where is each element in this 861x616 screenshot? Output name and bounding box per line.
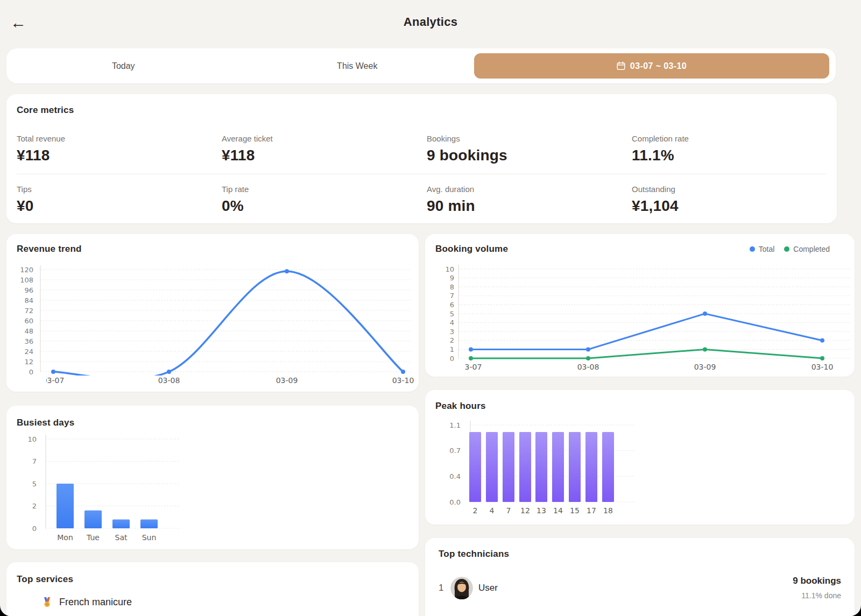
svg-text:0.4: 0.4 <box>449 472 461 480</box>
technician-name: User <box>478 583 498 593</box>
busiest-days-card: Busiest days 025710MonTueSatSun <box>6 406 419 549</box>
metric-value: 90 min <box>427 197 632 215</box>
svg-text:7: 7 <box>450 292 454 300</box>
svg-text:03-09: 03-09 <box>276 376 298 385</box>
metric-completion-rate: Completion rate 11.1% <box>632 134 837 164</box>
back-button[interactable]: ← <box>6 11 30 34</box>
service-list-item[interactable]: French manicure <box>17 597 419 608</box>
metric-total-revenue: Total revenue ¥118 <box>17 134 222 164</box>
svg-text:10: 10 <box>445 265 454 273</box>
technician-stats: 9 bookings 11.1% done <box>793 576 841 600</box>
svg-text:17: 17 <box>587 506 596 515</box>
metric-label: Completion rate <box>632 134 837 143</box>
metric-value: ¥118 <box>222 147 427 164</box>
top-technicians-card: Top technicians 1 User 9 <box>425 538 855 616</box>
metric-avg-duration: Avg. duration 90 min <box>427 185 632 215</box>
legend-total: Total <box>750 245 775 253</box>
legend-label-completed: Completed <box>793 245 830 253</box>
legend-dot-total <box>750 246 755 252</box>
svg-text:0.0: 0.0 <box>449 498 461 506</box>
core-metrics-card: Core metrics Total revenue ¥118 Average … <box>6 94 837 223</box>
date-range-label: 03-07 ~ 03-10 <box>630 61 687 71</box>
svg-text:13: 13 <box>537 506 546 515</box>
svg-text:4: 4 <box>450 318 454 327</box>
metric-value: 0% <box>222 197 427 215</box>
svg-text:Sat: Sat <box>115 533 128 542</box>
svg-text:48: 48 <box>24 327 33 335</box>
metrics-divider <box>17 174 827 174</box>
avatar <box>450 577 473 599</box>
metrics-row-1: Total revenue ¥118 Average ticket ¥118 B… <box>17 134 837 164</box>
metric-value: 9 bookings <box>427 147 632 164</box>
metric-label: Total revenue <box>17 134 222 143</box>
booking-volume-chart: 01234567891003-0703-0803-0903-10 <box>425 234 855 377</box>
metric-value: ¥1,104 <box>632 197 837 215</box>
svg-text:2: 2 <box>32 502 37 510</box>
legend-dot-completed <box>784 246 789 252</box>
booking-volume-card: Booking volume Total Completed 012345678… <box>425 234 855 377</box>
busiest-days-title: Busiest days <box>17 417 74 428</box>
svg-text:120: 120 <box>20 266 33 274</box>
metric-outstanding: Outstanding ¥1,104 <box>632 185 837 215</box>
svg-text:72: 72 <box>24 307 33 315</box>
svg-text:03-10: 03-10 <box>811 363 834 371</box>
svg-text:15: 15 <box>570 506 580 515</box>
svg-text:2: 2 <box>473 506 478 515</box>
svg-text:12: 12 <box>520 506 530 515</box>
core-metrics-title: Core metrics <box>17 105 837 116</box>
metric-tips: Tips ¥0 <box>17 185 222 215</box>
svg-text:03-08: 03-08 <box>158 376 180 385</box>
page-title: Analytics <box>0 0 861 29</box>
analytics-page: ← Analytics Today This Week 03-07 ~ 03-1… <box>0 0 861 616</box>
revenue-trend-card: Revenue trend 0122436486072849610812003-… <box>6 234 419 392</box>
metric-label: Average ticket <box>222 134 427 143</box>
svg-text:8: 8 <box>450 283 454 291</box>
svg-text:03-10: 03-10 <box>392 376 414 385</box>
top-technicians-title: Top technicians <box>439 549 841 560</box>
svg-text:5: 5 <box>32 480 37 488</box>
calendar-icon <box>617 61 625 70</box>
svg-text:10: 10 <box>27 435 37 443</box>
svg-text:108: 108 <box>20 276 33 284</box>
svg-text:4: 4 <box>490 506 495 515</box>
metric-value: 11.1% <box>632 147 837 164</box>
svg-text:1: 1 <box>450 345 454 353</box>
app-bar: ← Analytics <box>0 0 861 47</box>
technician-done-rate: 11.1% done <box>793 591 841 600</box>
svg-text:03-07: 03-07 <box>43 376 65 385</box>
metric-tip-rate: Tip rate 0% <box>222 185 427 215</box>
date-range-button[interactable]: 03-07 ~ 03-10 <box>474 53 829 79</box>
peak-hours-chart: 0.00.40.71.1247121314151718 <box>425 390 855 525</box>
metric-label: Outstanding <box>632 185 837 194</box>
tab-this-week[interactable]: This Week <box>241 61 475 71</box>
svg-text:12: 12 <box>24 358 33 366</box>
revenue-trend-chart: 0122436486072849610812003-0703-0803-0903… <box>6 234 419 392</box>
svg-text:9: 9 <box>450 274 454 282</box>
technician-list-item[interactable]: 1 User 9 bookings 11.1% done <box>439 576 841 600</box>
right-column: Booking volume Total Completed 012345678… <box>425 234 855 616</box>
metric-label: Bookings <box>427 134 632 143</box>
svg-text:Mon: Mon <box>57 533 73 542</box>
metrics-row-2: Tips ¥0 Tip rate 0% Avg. duration 90 min… <box>17 185 837 215</box>
svg-text:03-07: 03-07 <box>460 363 482 371</box>
revenue-trend-title: Revenue trend <box>17 244 82 254</box>
service-name: French manicure <box>59 597 132 608</box>
gold-medal-icon <box>43 597 52 607</box>
svg-text:03-09: 03-09 <box>694 363 716 371</box>
tab-today[interactable]: Today <box>6 61 241 71</box>
metric-value: ¥118 <box>17 147 222 164</box>
top-services-title: Top services <box>17 574 419 585</box>
dashboard-columns: Revenue trend 0122436486072849610812003-… <box>6 234 861 616</box>
top-services-card: Top services French manicure <box>6 562 419 616</box>
peak-hours-title: Peak hours <box>435 401 486 412</box>
left-column: Revenue trend 0122436486072849610812003-… <box>6 234 419 616</box>
svg-text:Sun: Sun <box>142 533 157 542</box>
arrow-left-icon: ← <box>10 13 26 31</box>
metric-average-ticket: Average ticket ¥118 <box>222 134 427 164</box>
svg-text:2: 2 <box>450 336 454 344</box>
svg-text:0: 0 <box>450 355 454 363</box>
booking-volume-title: Booking volume <box>435 244 508 254</box>
svg-text:36: 36 <box>24 337 33 345</box>
legend-completed: Completed <box>784 245 830 253</box>
metric-label: Avg. duration <box>427 185 632 194</box>
